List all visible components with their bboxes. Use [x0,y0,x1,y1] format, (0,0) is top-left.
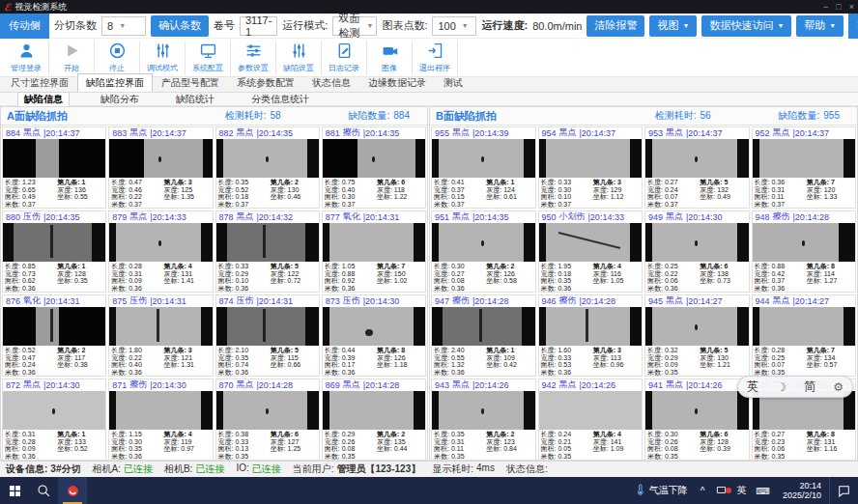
defect-image[interactable] [539,223,643,263]
tab-status-info[interactable]: 状态信息 [303,73,359,92]
confirm-count-button[interactable]: 确认条数 [151,15,209,37]
search-icon[interactable] [29,477,58,504]
drive-side-button[interactable]: 传动侧 [0,14,49,39]
gear-icon[interactable]: ⚙ [833,380,844,394]
defect-image[interactable] [3,139,105,179]
defect-card[interactable]: 955 黑点 |20:14:39 长度: 0.41 宽度: 0.37 面积: 0… [431,126,536,209]
defect-card[interactable]: 948 擦伤 |20:14:28 长度: 0.88 宽度: 0.42 面积: 0… [752,210,857,293]
log-record-button[interactable]: 日志记录 [322,41,367,75]
defect-image[interactable] [323,391,425,431]
defect-card[interactable]: 941 黑点 |20:14:26 长度: 0.30 宽度: 0.26 面积: 0… [644,378,750,461]
defect-card[interactable]: 881 擦伤 |20:14:35 长度: 0.75 宽度: 0.40 面积: 0… [322,126,426,209]
hidden-icons-chevron[interactable]: ^ [696,486,710,496]
defect-image[interactable] [539,139,643,179]
slit-count-select[interactable]: 8▼ [101,16,146,36]
defect-card[interactable]: 870 黑点 |20:14:28 长度: 0.38 宽度: 0.33 面积: 0… [215,378,320,461]
defect-card[interactable]: 873 压伤 |20:14:30 长度: 0.44 宽度: 0.39 面积: 0… [322,294,426,377]
tab-defect-monitor[interactable]: 缺陷监控界面 [77,73,153,92]
defect-image[interactable] [3,307,105,347]
operate-side-button[interactable]: 操作侧 [848,14,858,39]
debug-mode-button[interactable]: 调试模式 [140,41,186,75]
tab-system-param-config[interactable]: 系统参数配置 [228,73,303,92]
admin-login-button[interactable]: 管理登录 [4,41,49,75]
weather-widget[interactable]: 气温下降 [626,484,696,498]
close-icon[interactable]: × [849,2,854,12]
subtab-defect-distribution[interactable]: 缺陷分布 [95,93,145,106]
defect-image[interactable] [323,223,425,263]
defect-image[interactable] [109,307,212,347]
defect-card[interactable]: 882 黑点 |20:14:35 长度: 0.35 宽度: 0.52 面积: 0… [215,126,320,209]
inspection-app-taskbar-icon[interactable] [58,477,87,504]
defect-image[interactable] [645,391,749,431]
keyboard-icon[interactable]: ⌨ [752,486,775,496]
defect-card[interactable]: 944 黑点 |20:14:27 长度: 0.28 宽度: 0.25 面积: 0… [752,294,857,377]
defect-card[interactable]: 952 黑点 |20:14:37 长度: 0.36 宽度: 0.31 面积: 0… [752,126,857,209]
defect-card[interactable]: 949 黑点 |20:14:30 长度: 0.25 宽度: 0.22 面积: 0… [644,210,750,293]
defect-image[interactable] [3,223,105,263]
defect-card[interactable]: 883 黑点 |20:14:37 长度: 0.47 宽度: 0.46 面积: 0… [108,126,213,209]
defect-image[interactable] [109,391,212,431]
quick-access-menu-button[interactable]: 数据快速访问▼ [701,15,791,37]
defect-image[interactable] [216,139,319,179]
run-mode-select[interactable]: 双面检测▼ [332,16,377,36]
help-menu-button[interactable]: 帮助▼ [796,15,844,37]
defect-image[interactable] [753,307,856,347]
defect-image[interactable] [753,223,856,263]
defect-card[interactable]: 876 氧化 |20:14:31 长度: 0.52 宽度: 0.47 面积: 0… [2,294,106,377]
defect-image[interactable] [3,391,105,431]
notification-badge-icon[interactable] [710,484,732,498]
subtab-class-info-statistics[interactable]: 分类信息统计 [245,93,315,106]
defect-image[interactable] [432,139,535,179]
defect-card[interactable]: 953 黑点 |20:14:37 长度: 0.27 宽度: 0.24 面积: 0… [644,126,750,209]
lang-english-button[interactable]: 英 [747,378,758,395]
defect-image[interactable] [216,391,319,431]
start-button[interactable] [0,477,29,504]
subtab-defect-statistics[interactable]: 缺陷统计 [170,93,220,106]
defect-card[interactable]: 884 黑点 |20:14:37 长度: 1.23 宽度: 0.65 面积: 0… [2,126,106,209]
tab-size-monitor[interactable]: 尺寸监控界面 [2,73,77,92]
defect-card[interactable]: 880 压伤 |20:14:35 长度: 0.85 宽度: 0.73 面积: 0… [2,210,106,293]
tab-edge-data-record[interactable]: 边缘数据记录 [359,73,435,92]
defect-card[interactable]: 869 黑点 |20:14:28 长度: 0.29 宽度: 0.26 面积: 0… [322,378,426,461]
stop-button[interactable]: 停止 [95,41,140,75]
defect-image[interactable] [539,307,643,347]
image-button[interactable]: 图像 [367,41,413,75]
defect-card[interactable]: 943 黑点 |20:14:26 长度: 0.35 宽度: 0.31 面积: 0… [431,378,536,461]
defect-image[interactable] [645,223,749,263]
defect-card[interactable]: 947 擦伤 |20:14:28 长度: 2.40 宽度: 0.55 面积: 1… [431,294,536,377]
defect-image[interactable] [323,307,425,347]
defect-card[interactable]: 950 小划伤 |20:14:33 长度: 1.95 宽度: 0.18 面积: … [538,210,644,293]
defect-settings-button[interactable]: 缺陷设置 [276,41,322,75]
lang-simplified-button[interactable]: 简 [804,378,815,395]
defect-card[interactable]: 875 压伤 |20:14:31 长度: 1.80 宽度: 0.22 面积: 0… [108,294,213,377]
defect-card[interactable]: 871 擦伤 |20:14:30 长度: 1.15 宽度: 0.30 面积: 0… [108,378,213,461]
defect-card[interactable]: 878 黑点 |20:14:32 长度: 0.33 宽度: 0.29 面积: 0… [215,210,320,293]
defect-card[interactable]: 872 黑点 |20:14:30 长度: 0.31 宽度: 0.28 面积: 0… [2,378,106,461]
start-button[interactable]: 开始 [49,41,95,75]
tab-test[interactable]: 测试 [435,73,472,92]
minimize-icon[interactable]: − [823,2,828,12]
subtab-defect-info[interactable]: 缺陷信息 [17,92,70,106]
defect-image[interactable] [645,139,749,179]
defect-image[interactable] [109,139,212,179]
defect-image[interactable] [753,139,856,179]
defect-card[interactable]: 954 黑点 |20:14:37 长度: 0.33 宽度: 0.30 面积: 0… [538,126,644,209]
defect-image[interactable] [216,307,319,347]
defect-image[interactable] [432,223,535,263]
defect-image[interactable] [323,139,425,179]
exit-program-button[interactable]: 退出程序 [413,41,458,75]
defect-image[interactable] [432,391,535,431]
chart-points-select[interactable]: 100▼ [432,16,476,36]
view-menu-button[interactable]: 视图▼ [649,15,697,37]
defect-image[interactable] [216,223,319,263]
defect-image[interactable] [109,223,212,263]
defect-card[interactable]: 951 黑点 |20:14:35 长度: 0.30 宽度: 0.27 面积: 0… [431,210,536,293]
tab-product-model-config[interactable]: 产品型号配置 [153,73,228,92]
defect-card[interactable]: 946 擦伤 |20:14:28 长度: 1.60 宽度: 0.33 面积: 0… [538,294,644,377]
defect-card[interactable]: 945 黑点 |20:14:27 长度: 0.32 宽度: 0.29 面积: 0… [644,294,750,377]
defect-card[interactable]: 874 压伤 |20:14:31 长度: 2.10 宽度: 0.35 面积: 0… [215,294,320,377]
clear-alarm-button[interactable]: 清除报警 [586,15,644,37]
action-center-icon[interactable] [829,477,858,504]
system-config-button[interactable]: 系统配置 [186,41,231,75]
defect-image[interactable] [539,391,643,431]
